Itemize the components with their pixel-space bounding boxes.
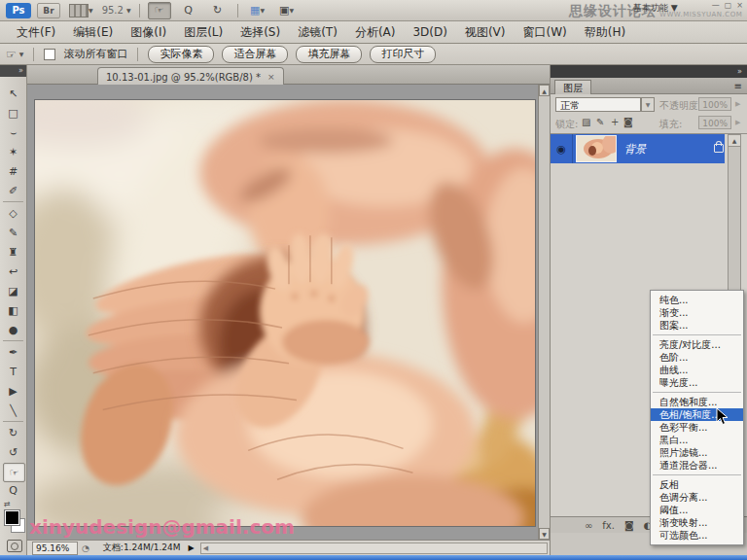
- menu-item-gradient[interactable]: 渐变...: [651, 306, 743, 319]
- menu-edit[interactable]: 编辑(E): [64, 21, 122, 44]
- menu-item-color-balance[interactable]: 色彩平衡...: [651, 421, 743, 434]
- screen-mode-button[interactable]: ▣ ▼: [275, 2, 299, 19]
- canvas-image[interactable]: [34, 99, 536, 527]
- shape-tool[interactable]: ╲: [3, 402, 23, 419]
- status-menu-arrow[interactable]: ▶: [189, 543, 195, 552]
- 3d-orbit-tool[interactable]: ↺: [3, 443, 23, 461]
- menu-item-selective-color[interactable]: 可选颜色...: [651, 529, 743, 542]
- layer-thumbnail[interactable]: [576, 135, 617, 162]
- scroll-left-icon[interactable]: ◀: [201, 544, 208, 552]
- foreground-color-swatch[interactable]: [5, 510, 19, 525]
- canvas-pasteboard[interactable]: 馨羽原创教程 ▲ ▼: [27, 85, 550, 540]
- layer-mask-button[interactable]: ◙: [624, 520, 634, 531]
- visibility-toggle[interactable]: ◉: [551, 134, 573, 163]
- view-extras-button[interactable]: ▼: [66, 2, 96, 19]
- history-brush-tool[interactable]: ↩: [3, 262, 23, 280]
- menu-3d[interactable]: 3D(D): [404, 22, 455, 42]
- lock-all-icon[interactable]: ◙: [623, 117, 633, 127]
- print-size-button[interactable]: 打印尺寸: [370, 46, 436, 63]
- menu-item-curves[interactable]: 曲线...: [651, 364, 743, 376]
- hand-tool-button[interactable]: ☞: [148, 2, 171, 19]
- zoom-level-dropdown[interactable]: 95.2 ▼: [102, 5, 131, 16]
- layer-row-background[interactable]: ◉ 背景: [551, 134, 725, 163]
- scroll-up-icon[interactable]: ▲: [729, 135, 740, 147]
- menu-view[interactable]: 视图(V): [456, 21, 515, 44]
- menu-item-hue-saturation[interactable]: 色相/饱和度...: [651, 408, 743, 421]
- menu-help[interactable]: 帮助(H): [576, 21, 634, 44]
- move-tool[interactable]: ↖: [3, 85, 23, 102]
- menu-item-photo-filter[interactable]: 照片滤镜...: [651, 446, 743, 459]
- eraser-tool[interactable]: ◪: [3, 282, 23, 299]
- scroll-all-windows-checkbox[interactable]: [44, 49, 55, 60]
- blur-tool[interactable]: ●: [3, 321, 23, 338]
- menu-item-vibrance[interactable]: 自然饱和度...: [651, 396, 743, 408]
- type-tool[interactable]: T: [3, 363, 23, 380]
- lock-position-icon[interactable]: +: [611, 117, 619, 127]
- menu-item-threshold[interactable]: 阈值...: [651, 504, 743, 516]
- crop-tool[interactable]: #: [3, 162, 23, 180]
- lock-pixels-icon[interactable]: ✎: [596, 117, 604, 127]
- menu-item-gradient-map[interactable]: 渐变映射...: [651, 516, 743, 529]
- scroll-up-icon[interactable]: ▲: [539, 85, 550, 96]
- document-tab[interactable]: 10.13-01.jpg @ 95.2%(RGB/8) * ×: [97, 67, 284, 86]
- toolbox-collapse[interactable]: »: [0, 65, 26, 77]
- bridge-button[interactable]: Br: [37, 3, 60, 18]
- restore-button[interactable]: ▢: [725, 1, 732, 10]
- brush-tool[interactable]: ✎: [3, 224, 23, 241]
- menu-item-exposure[interactable]: 曝光度...: [651, 376, 743, 389]
- healing-brush-tool[interactable]: ◇: [3, 204, 23, 222]
- horizontal-scrollbar[interactable]: ◀: [200, 542, 548, 554]
- blend-mode-select[interactable]: 正常: [555, 97, 641, 112]
- lock-transparent-icon[interactable]: ▨: [582, 117, 590, 127]
- menu-item-levels[interactable]: 色阶...: [651, 351, 743, 364]
- menu-analysis[interactable]: 分析(A): [346, 21, 405, 44]
- status-zoom-field[interactable]: 95.16%: [32, 542, 78, 555]
- chevron-down-icon[interactable]: ▼: [641, 97, 655, 112]
- menu-item-posterize[interactable]: 色调分离...: [651, 491, 743, 504]
- scroll-down-icon[interactable]: ▼: [539, 528, 550, 540]
- eyedropper-tool[interactable]: ✐: [3, 182, 23, 199]
- menu-image[interactable]: 图像(I): [122, 21, 175, 44]
- marquee-tool[interactable]: □: [3, 104, 23, 122]
- zoom-tool-button[interactable]: Q: [177, 2, 200, 19]
- menu-item-invert[interactable]: 反相: [651, 478, 743, 491]
- menu-window[interactable]: 窗口(W): [515, 21, 576, 44]
- lasso-tool[interactable]: ⌣: [3, 123, 23, 141]
- minimize-button[interactable]: —: [712, 1, 720, 10]
- quick-mask-button[interactable]: [7, 540, 22, 552]
- menu-layer[interactable]: 图层(L): [175, 21, 231, 44]
- path-select-tool[interactable]: ▶: [3, 382, 23, 400]
- pen-tool[interactable]: ✒: [3, 343, 23, 361]
- close-button[interactable]: ×: [736, 1, 743, 10]
- tool-preset-dropdown[interactable]: ☞ ▼: [6, 48, 23, 61]
- vertical-scrollbar[interactable]: ▲ ▼: [538, 85, 550, 540]
- tab-layers[interactable]: 图层: [554, 80, 591, 95]
- menu-filter[interactable]: 滤镜(T): [289, 21, 346, 44]
- layer-style-button[interactable]: fx.: [602, 520, 615, 531]
- rotate-view-button[interactable]: ↻: [206, 2, 230, 19]
- menu-file[interactable]: 文件(F): [8, 21, 64, 44]
- fit-screen-button[interactable]: 适合屏幕: [222, 46, 288, 63]
- 3d-rotate-tool[interactable]: ↻: [3, 424, 23, 441]
- link-layers-button[interactable]: ∞: [585, 520, 592, 531]
- arrange-documents-button[interactable]: ▦ ▼: [246, 2, 269, 19]
- menu-item-pattern[interactable]: 图案...: [651, 319, 743, 332]
- close-icon[interactable]: ×: [267, 72, 275, 82]
- clone-stamp-tool[interactable]: ♜: [3, 243, 23, 261]
- zoom-tool[interactable]: Q: [3, 481, 23, 499]
- menu-select[interactable]: 选择(S): [231, 21, 289, 44]
- opacity-value[interactable]: 100%: [698, 97, 731, 111]
- panel-menu-icon[interactable]: ≡: [734, 81, 742, 91]
- actual-pixels-button[interactable]: 实际像素: [148, 46, 214, 63]
- swap-colors-icon[interactable]: ⇄: [4, 500, 11, 508]
- menu-item-solid-color[interactable]: 纯色...: [651, 294, 743, 306]
- magic-wand-tool[interactable]: ✶: [3, 143, 23, 160]
- dock-collapse[interactable]: »: [551, 65, 747, 78]
- menu-item-channel-mixer[interactable]: 通道混合器...: [651, 459, 743, 472]
- fill-value[interactable]: 100%: [698, 116, 731, 129]
- fill-screen-button[interactable]: 填充屏幕: [296, 46, 362, 63]
- menu-item-black-white[interactable]: 黑白...: [651, 434, 743, 446]
- hand-tool[interactable]: ☞: [3, 463, 25, 482]
- menu-item-brightness-contrast[interactable]: 亮度/对比度...: [651, 338, 743, 351]
- gradient-tool[interactable]: ◧: [3, 301, 23, 319]
